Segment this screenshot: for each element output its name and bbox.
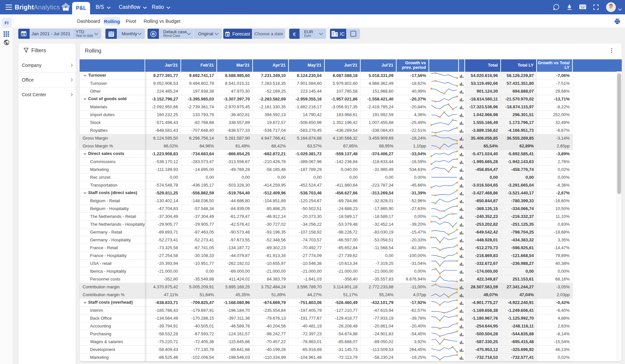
svg-text:B: B xyxy=(152,32,154,36)
svg-text:€: € xyxy=(293,31,296,37)
